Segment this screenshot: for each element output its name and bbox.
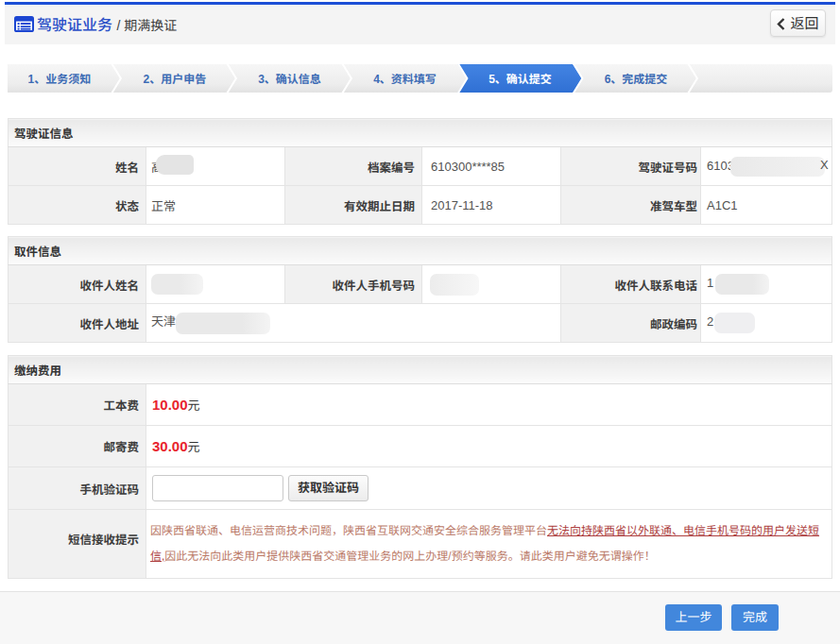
svg-text:3、确认信息: 3、确认信息 [258,73,321,86]
svg-text:2、用户申告: 2、用户申告 [144,73,207,86]
svg-text:6、完成提交: 6、完成提交 [605,73,668,86]
svg-text:5、确认提交: 5、确认提交 [489,73,552,86]
svg-text:1、业务须知: 1、业务须知 [27,73,91,86]
svg-text:4、资料填写: 4、资料填写 [373,73,437,86]
